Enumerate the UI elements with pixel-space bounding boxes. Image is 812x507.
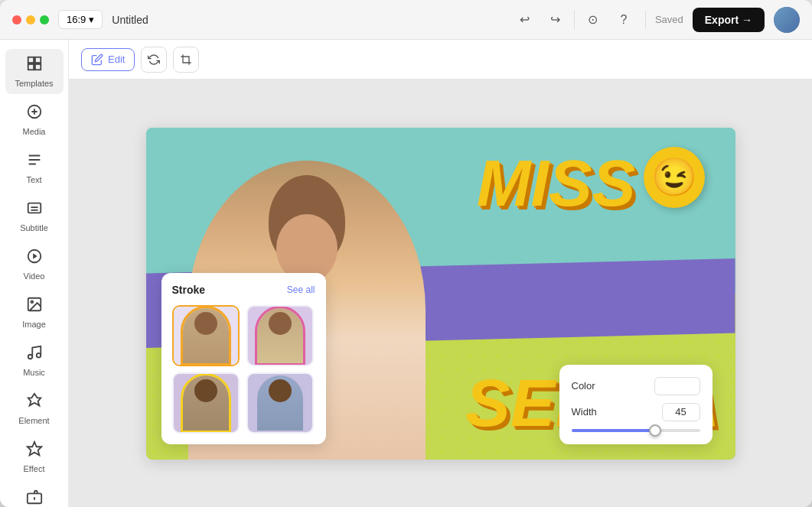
help-button[interactable]: ?: [611, 8, 636, 32]
divider: [574, 11, 575, 29]
sidebar-label-media: Media: [23, 127, 46, 136]
stroke-thumb-2: [248, 307, 312, 365]
file-title[interactable]: Untitled: [112, 14, 148, 26]
width-input[interactable]: [662, 403, 700, 421]
effect-icon: [26, 440, 43, 461]
flip-button[interactable]: [141, 47, 167, 73]
edit-button[interactable]: Edit: [81, 48, 135, 71]
stroke-panel: Stroke See all: [161, 273, 326, 444]
camera-button[interactable]: ⊙: [581, 8, 605, 32]
canvas[interactable]: MISS SERINA 😉 Stroke See all: [146, 128, 735, 460]
slider-track[interactable]: [572, 429, 700, 432]
stroke-panel-header: Stroke See all: [172, 284, 315, 296]
sidebar-item-image[interactable]: Image: [5, 290, 64, 335]
canvas-area: MISS SERINA 😉 Stroke See all: [69, 80, 812, 507]
slider-thumb[interactable]: [649, 424, 661, 437]
svg-rect-2: [28, 64, 33, 70]
sidebar-item-effect[interactable]: Effect: [5, 434, 64, 479]
titlebar: 16:9 ▾ Untitled ↩ ↪ ⊙ ? Saved Export →: [0, 0, 812, 40]
emoji-face: 😉: [644, 147, 705, 208]
stroke-thumb-1: [174, 307, 238, 365]
sidebar: Templates Media Text Subtitle: [0, 40, 69, 507]
sidebar-label-image: Image: [22, 320, 46, 329]
stroke-thumb-4: [248, 374, 312, 432]
main-content: Templates Media Text Subtitle: [0, 40, 812, 507]
sidebar-item-templates[interactable]: Templates: [5, 49, 64, 94]
svg-point-18: [36, 353, 41, 358]
slider-row: [572, 429, 700, 432]
minimize-button[interactable]: [26, 15, 35, 24]
traffic-lights: [12, 15, 49, 24]
video-icon: [26, 248, 43, 268]
stroke-item-3[interactable]: [172, 372, 240, 434]
element-icon: [26, 392, 43, 413]
stroke-item-1[interactable]: [172, 305, 240, 366]
svg-rect-1: [34, 57, 40, 63]
music-icon: [26, 344, 43, 365]
close-button[interactable]: [12, 15, 21, 24]
stroke-grid: [172, 305, 315, 434]
subtitle-icon: [26, 200, 43, 220]
stroke-item-4[interactable]: [246, 372, 314, 434]
width-label: Width: [572, 406, 597, 418]
avatar-image: [774, 7, 800, 33]
slider-fill: [572, 429, 655, 432]
sidebar-item-media[interactable]: Media: [5, 97, 64, 142]
sidebar-label-music: Music: [23, 368, 45, 377]
sidebar-item-subtitle[interactable]: Subtitle: [5, 193, 64, 239]
sidebar-label-subtitle: Subtitle: [20, 223, 48, 232]
stroke-panel-title: Stroke: [172, 284, 206, 296]
redo-button[interactable]: ↪: [543, 8, 568, 32]
media-icon: [26, 103, 43, 124]
aspect-arrow-icon: ▾: [89, 14, 94, 25]
stroke-thumb-3: [174, 374, 238, 432]
aspect-ratio-label: 16:9: [67, 14, 86, 25]
aspect-ratio-selector[interactable]: 16:9 ▾: [58, 10, 103, 29]
color-swatch[interactable]: [654, 377, 700, 395]
width-row: Width: [572, 403, 700, 421]
divider2: [645, 11, 646, 29]
stroke-item-2[interactable]: [246, 305, 314, 366]
svg-rect-3: [34, 64, 40, 70]
sidebar-label-text: Text: [26, 175, 41, 184]
export-button[interactable]: Export →: [693, 8, 765, 32]
app-window: 16:9 ▾ Untitled ↩ ↪ ⊙ ? Saved Export →: [0, 0, 812, 507]
sidebar-item-text[interactable]: Text: [5, 145, 64, 190]
crop-button[interactable]: [173, 47, 199, 73]
maximize-button[interactable]: [40, 15, 49, 24]
user-avatar[interactable]: [774, 7, 800, 33]
text-icon: [26, 151, 43, 172]
templates-icon: [26, 55, 43, 76]
workspace: Edit: [69, 40, 812, 507]
color-label: Color: [572, 380, 595, 392]
sidebar-item-video[interactable]: Video: [5, 242, 64, 287]
sidebar-item-music[interactable]: Music: [5, 338, 64, 383]
edit-toolbar: Edit: [69, 40, 812, 80]
tools-icon: [26, 489, 43, 507]
props-panel: Color Width: [559, 365, 713, 444]
saved-status: Saved: [655, 14, 683, 25]
svg-point-16: [31, 301, 33, 303]
toolbar-icons: ↩ ↪ ⊙ ?: [513, 8, 636, 32]
sidebar-label-templates: Templates: [15, 79, 53, 88]
sidebar-item-tools[interactable]: Tools: [5, 483, 64, 507]
color-row: Color: [572, 377, 700, 395]
undo-button[interactable]: ↩: [513, 8, 537, 32]
see-all-link[interactable]: See all: [287, 284, 315, 295]
svg-rect-0: [28, 57, 33, 63]
image-icon: [26, 296, 43, 317]
canvas-text-miss: MISS: [477, 151, 636, 216]
svg-point-17: [28, 355, 32, 359]
svg-marker-14: [33, 253, 38, 258]
sidebar-label-video: Video: [24, 271, 45, 281]
sidebar-label-effect: Effect: [24, 464, 45, 473]
sidebar-label-element: Element: [18, 416, 49, 425]
sidebar-item-element[interactable]: Element: [5, 386, 64, 431]
svg-marker-19: [27, 442, 41, 455]
